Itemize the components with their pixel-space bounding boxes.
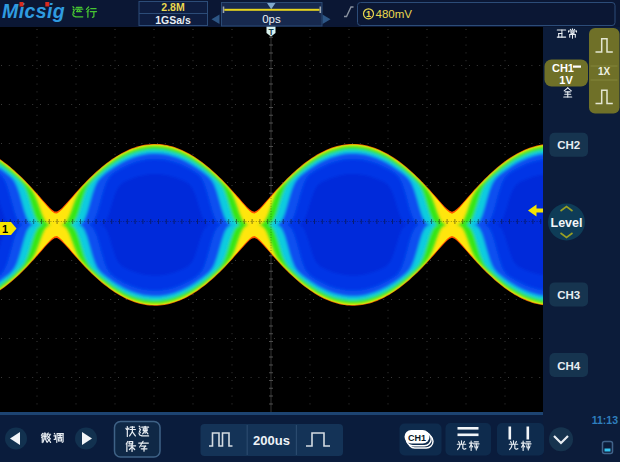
- svg-text:Micsig: Micsig: [2, 0, 65, 22]
- svg-text:0ps: 0ps: [262, 13, 281, 25]
- svg-text:CH3: CH3: [557, 289, 580, 301]
- svg-text:200us: 200us: [253, 433, 290, 448]
- svg-text:2.8M: 2.8M: [161, 1, 185, 13]
- svg-text:T: T: [268, 27, 274, 37]
- svg-text:1GSa/s: 1GSa/s: [155, 14, 191, 26]
- svg-text:1: 1: [366, 9, 371, 19]
- svg-text:CH1: CH1: [552, 62, 574, 74]
- svg-text:1: 1: [2, 223, 8, 235]
- svg-text:480mV: 480mV: [376, 8, 413, 20]
- svg-text:Level: Level: [551, 216, 583, 230]
- svg-text:CH2: CH2: [557, 139, 580, 151]
- svg-text:1X: 1X: [598, 66, 611, 77]
- svg-text:11:13: 11:13: [592, 414, 618, 426]
- svg-text:CH4: CH4: [557, 360, 581, 372]
- svg-text:1V: 1V: [559, 74, 573, 86]
- svg-text:CH1: CH1: [408, 433, 426, 443]
